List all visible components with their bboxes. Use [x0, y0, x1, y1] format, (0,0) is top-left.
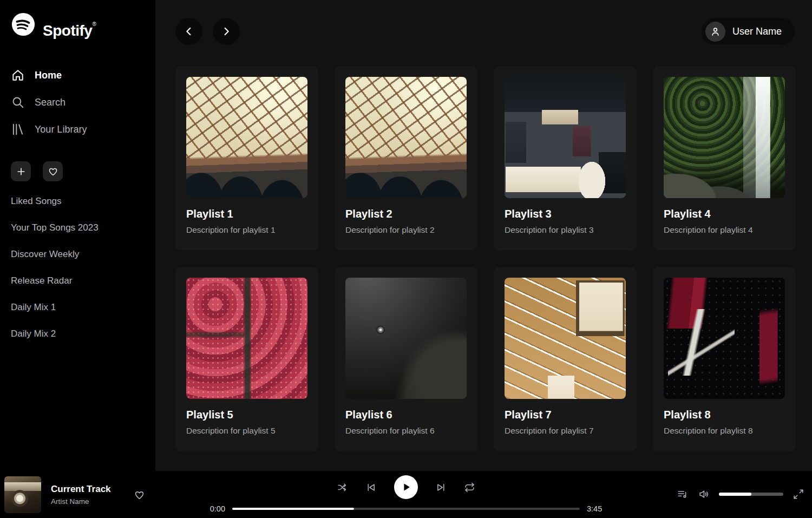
heart-icon: [134, 489, 145, 501]
playlist-title: Playlist 3: [505, 208, 626, 220]
playlist-description: Description for playlist 2: [345, 225, 467, 235]
forward-button[interactable]: [213, 18, 240, 45]
playlist-card-4[interactable]: Playlist 4 Description for playlist 4: [653, 66, 796, 251]
search-icon: [11, 95, 25, 109]
home-icon: [11, 68, 25, 82]
play-button[interactable]: [394, 475, 418, 499]
playlist-link-your-top-songs-2023[interactable]: Your Top Songs 2023: [11, 214, 155, 241]
queue-icon: [677, 488, 689, 500]
playlist-card-5[interactable]: Playlist 5 Description for playlist 5: [175, 267, 318, 451]
play-icon: [400, 481, 412, 493]
skip-back-icon: [365, 482, 377, 493]
playlist-cover-image: [664, 278, 785, 399]
queue-button[interactable]: [677, 488, 689, 500]
sidebar-item-search[interactable]: Search: [11, 89, 155, 116]
back-button[interactable]: [175, 18, 202, 45]
user-name: User Name: [732, 26, 782, 37]
playlist-card-6[interactable]: Playlist 6 Description for playlist 6: [335, 267, 477, 451]
playlist-description: Description for playlist 5: [186, 426, 307, 436]
avatar: [705, 22, 725, 42]
spotify-logo-icon: [11, 12, 36, 37]
duration-time: 3:45: [587, 504, 606, 513]
playlist-title: Playlist 1: [186, 208, 307, 220]
shuffle-icon: [337, 482, 348, 493]
volume-slider[interactable]: [719, 493, 783, 496]
playlist-cover-image: [345, 77, 467, 198]
sidebar-playlists: Liked Songs Your Top Songs 2023 Discover…: [11, 188, 155, 347]
volume-fill: [719, 493, 751, 496]
sidebar-actions: [11, 161, 155, 181]
create-playlist-button[interactable]: [11, 161, 31, 181]
player-bar: Current Track Artist Name: [0, 471, 812, 518]
registered-mark: ®: [92, 21, 96, 27]
player-center: 0:00 3:45: [206, 475, 606, 513]
playlist-description: Description for playlist 1: [186, 225, 307, 235]
playlist-description: Description for playlist 7: [505, 426, 626, 436]
playlist-card-7[interactable]: Playlist 7 Description for playlist 7: [494, 267, 637, 451]
brand-name: Spotify®: [43, 12, 96, 43]
user-menu-button[interactable]: User Name: [702, 18, 795, 45]
primary-nav: Home Search Your Library: [11, 62, 155, 143]
playlist-card-2[interactable]: Playlist 2 Description for playlist 2: [335, 66, 477, 251]
topbar: User Name: [155, 0, 812, 49]
sidebar-item-label: Your Library: [35, 124, 87, 135]
volume-button[interactable]: [698, 488, 710, 500]
progress-row: 0:00 3:45: [206, 504, 606, 513]
playlist-title: Playlist 8: [664, 409, 785, 421]
playlist-description: Description for playlist 3: [505, 225, 626, 235]
elapsed-time: 0:00: [206, 504, 225, 513]
playlist-description: Description for playlist 6: [345, 426, 467, 436]
repeat-icon: [464, 482, 475, 493]
user-icon: [710, 26, 721, 37]
playlist-description: Description for playlist 4: [664, 225, 785, 235]
plus-icon: [16, 166, 27, 177]
main-content: User Name Playlist 1 Description for pla…: [155, 0, 812, 471]
playlist-grid: Playlist 1 Description for playlist 1 Pl…: [175, 66, 795, 451]
skip-forward-icon: [435, 482, 447, 493]
progress-bar[interactable]: [232, 508, 580, 510]
playlist-title: Playlist 4: [664, 208, 785, 220]
album-art: [4, 476, 41, 513]
player-right: [677, 488, 804, 500]
sidebar-item-label: Home: [35, 70, 62, 81]
chevron-left-icon: [183, 25, 195, 37]
sidebar-item-label: Search: [35, 97, 66, 108]
playlist-card-1[interactable]: Playlist 1 Description for playlist 1: [175, 66, 318, 251]
playlist-cover-image: [505, 77, 626, 198]
playlist-card-8[interactable]: Playlist 8 Description for playlist 8: [653, 267, 796, 451]
playlist-link-daily-mix-2[interactable]: Daily Mix 2: [11, 320, 155, 347]
playlist-title: Playlist 5: [186, 409, 307, 421]
playlist-link-release-radar[interactable]: Release Radar: [11, 267, 155, 294]
shuffle-button[interactable]: [337, 482, 348, 493]
playlist-cover-image: [664, 77, 785, 198]
next-track-button[interactable]: [435, 482, 447, 493]
playlist-link-liked-songs[interactable]: Liked Songs: [11, 188, 155, 214]
playlist-link-discover-weekly[interactable]: Discover Weekly: [11, 241, 155, 267]
playback-controls: [337, 475, 475, 500]
playlist-card-3[interactable]: Playlist 3 Description for playlist 3: [494, 66, 637, 251]
history-nav: [175, 18, 240, 45]
sidebar-item-home[interactable]: Home: [11, 62, 155, 89]
playlist-cover-image: [345, 278, 467, 399]
repeat-button[interactable]: [464, 482, 475, 493]
playlist-title: Playlist 7: [505, 409, 626, 421]
playlist-cover-image: [186, 77, 307, 198]
previous-track-button[interactable]: [365, 482, 377, 493]
playlist-cover-image: [505, 278, 626, 399]
playlist-description: Description for playlist 8: [664, 426, 785, 436]
track-artist: Artist Name: [51, 497, 111, 506]
sidebar: Spotify® Home Search Your Library: [0, 0, 155, 471]
chevron-right-icon: [220, 25, 232, 37]
sidebar-item-your-library[interactable]: Your Library: [11, 116, 155, 143]
now-playing: Current Track Artist Name: [4, 476, 145, 513]
playlist-cover-image: [186, 278, 307, 399]
volume-icon: [698, 488, 710, 500]
fullscreen-icon: [793, 488, 804, 500]
spotify-logo: Spotify®: [11, 12, 155, 43]
fullscreen-button[interactable]: [793, 488, 804, 500]
like-track-button[interactable]: [134, 489, 145, 501]
progress-fill: [232, 508, 354, 510]
liked-songs-button[interactable]: [43, 161, 63, 181]
playlist-link-daily-mix-1[interactable]: Daily Mix 1: [11, 294, 155, 320]
track-title: Current Track: [51, 484, 111, 495]
